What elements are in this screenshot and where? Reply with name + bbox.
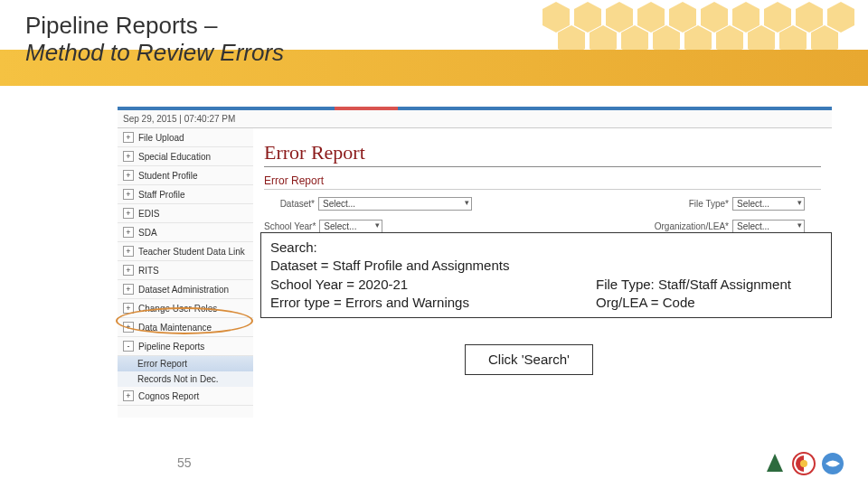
- expand-icon: +: [123, 170, 134, 181]
- expand-icon: +: [123, 189, 134, 200]
- report-heading: Error Report: [264, 141, 821, 167]
- collapse-icon: -: [123, 341, 134, 352]
- svg-marker-19: [767, 454, 783, 472]
- callout-org: Org/LEA = Code: [596, 294, 822, 312]
- callout-header: Search:: [270, 239, 596, 257]
- expand-icon: +: [123, 227, 134, 238]
- expand-icon: +: [123, 265, 134, 276]
- expand-icon: +: [123, 284, 134, 295]
- sidebar-item-staff-profile[interactable]: +Staff Profile: [118, 185, 253, 204]
- sidebar-item-dataset-admin[interactable]: +Dataset Administration: [118, 280, 253, 299]
- dataset-select[interactable]: Select...: [318, 197, 472, 211]
- sidebar-item-student-profile[interactable]: +Student Profile: [118, 166, 253, 185]
- callout-dataset: Dataset = Staff Profile and Assignments: [270, 257, 596, 275]
- sidebar-item-special-education[interactable]: +Special Education: [118, 147, 253, 166]
- file-type-label: File Type*: [678, 199, 729, 209]
- org-select[interactable]: Select...: [732, 220, 805, 233]
- report-subheading: Error Report: [264, 174, 821, 190]
- svg-marker-5: [701, 2, 728, 33]
- svg-marker-1: [574, 2, 601, 33]
- slide-title: Pipeline Reports – Method to Review Erro…: [25, 13, 284, 67]
- svg-marker-4: [669, 2, 696, 33]
- svg-marker-6: [732, 2, 760, 33]
- svg-marker-3: [637, 2, 665, 33]
- callout-file-type: File Type: Staff/Staff Assignment: [596, 276, 822, 294]
- callout-click-search: Click 'Search': [465, 344, 593, 375]
- topbar-accent: [335, 107, 398, 110]
- co-logo-icon: [792, 452, 816, 475]
- expand-icon: +: [123, 132, 134, 143]
- topbar: [118, 107, 832, 110]
- form-row-2: School Year*Select... Organization/LEA*S…: [264, 220, 821, 233]
- callout-search-params: Search: Dataset = Staff Profile and Assi…: [260, 232, 832, 318]
- svg-marker-0: [542, 2, 570, 33]
- school-year-select[interactable]: Select...: [319, 220, 382, 233]
- org-label: Organization/LEA*: [647, 221, 729, 231]
- title-line1: Pipeline Reports –: [25, 13, 284, 40]
- sidebar-item-tsdl[interactable]: +Teacher Student Data Link: [118, 242, 253, 261]
- sidebar-item-file-upload[interactable]: +File Upload: [118, 128, 253, 147]
- expand-icon: +: [123, 390, 134, 401]
- footer-logos: [763, 452, 848, 475]
- expand-icon: +: [123, 246, 134, 257]
- file-type-select[interactable]: Select...: [732, 197, 805, 211]
- svg-marker-7: [764, 2, 791, 33]
- expand-icon: +: [123, 151, 134, 162]
- callout-error-type: Error type = Errors and Warnings: [270, 294, 596, 312]
- tree-logo-icon: [763, 452, 787, 475]
- svg-marker-2: [606, 2, 633, 33]
- sidebar-item-pipeline-reports[interactable]: -Pipeline Reports: [118, 337, 253, 356]
- svg-marker-9: [827, 2, 854, 33]
- expand-icon: +: [123, 208, 134, 219]
- annotation-circle: [116, 307, 253, 334]
- dataset-label: Dataset*: [264, 199, 315, 209]
- sidebar-sub-error-report[interactable]: Error Report: [118, 356, 253, 371]
- svg-marker-8: [796, 2, 823, 33]
- sidebar-item-sda[interactable]: +SDA: [118, 223, 253, 242]
- sidebar-item-rits[interactable]: +RITS: [118, 261, 253, 280]
- svg-point-21: [800, 460, 807, 467]
- title-line2: Method to Review Errors: [25, 40, 284, 67]
- form-row-1: Dataset*Select... File Type*Select...: [264, 197, 821, 211]
- callout-school-year: School Year = 2020-21: [270, 276, 596, 294]
- sidebar: +File Upload +Special Education +Student…: [118, 128, 253, 418]
- school-year-label: School Year*: [264, 221, 316, 231]
- sidebar-item-edis[interactable]: +EDIS: [118, 204, 253, 223]
- cde-logo-icon: [821, 452, 848, 475]
- sidebar-sub-records-not-in[interactable]: Records Not in Dec.: [118, 371, 253, 387]
- sidebar-item-cognos[interactable]: +Cognos Report: [118, 387, 253, 406]
- timestamp: Sep 29, 2015 | 07:40:27 PM: [118, 110, 832, 128]
- page-number: 55: [177, 455, 192, 470]
